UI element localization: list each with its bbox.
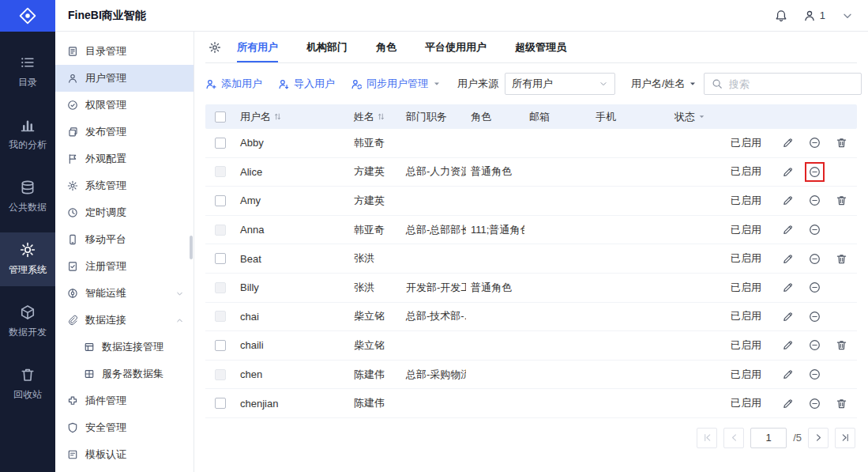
sidebar-item-mobile-platform[interactable]: 移动平台 [55, 226, 194, 253]
sidebar-item-server-dataset[interactable]: 服务器数据集 [55, 361, 194, 387]
settings-gear-icon[interactable] [209, 41, 221, 54]
tab-platform-users[interactable]: 平台使用用户 [425, 32, 487, 62]
cell-username: chaili [235, 339, 349, 351]
trash-icon[interactable] [836, 194, 847, 206]
edit-icon[interactable] [782, 368, 794, 380]
first-page-button[interactable] [697, 428, 717, 448]
sidebar-item-data-conn-mgmt[interactable]: 数据连接管理 [55, 334, 194, 361]
sync-user-button[interactable]: 同步用户管理 [351, 77, 442, 91]
col-name[interactable]: 姓名 [349, 110, 401, 124]
edit-icon[interactable] [782, 194, 794, 206]
minus-circle-icon[interactable] [809, 339, 821, 351]
sidebar-scrollbar[interactable] [190, 236, 193, 259]
edit-icon[interactable] [782, 253, 794, 265]
user-source-select[interactable]: 所有用户 [505, 73, 615, 95]
edit-icon[interactable] [782, 224, 794, 236]
sidebar-item-data-connection[interactable]: 数据连接 [55, 307, 194, 334]
sidebar-item-label: 数据连接管理 [102, 340, 163, 354]
rail-item-public-data[interactable]: 公共数据 [0, 170, 55, 224]
prev-page-button[interactable] [723, 428, 744, 448]
tab-all-users[interactable]: 所有用户 [237, 32, 278, 62]
edit-icon[interactable] [782, 398, 794, 410]
edit-icon[interactable] [782, 311, 794, 323]
cell-status: 已启用 [670, 251, 776, 266]
rail-item-recycle-bin[interactable]: 回收站 [0, 357, 55, 411]
cell-actions [776, 137, 857, 149]
minus-circle-icon[interactable] [809, 253, 821, 265]
minus-circle-icon[interactable] [809, 224, 821, 236]
import-user-button[interactable]: 导入用户 [278, 77, 335, 91]
tab-super-admin[interactable]: 超级管理员 [515, 32, 566, 62]
rail-item-my-analysis[interactable]: 我的分析 [0, 108, 55, 161]
user-icon [803, 9, 816, 22]
edit-icon[interactable] [782, 339, 794, 351]
trash-icon[interactable] [836, 398, 847, 410]
page-input[interactable] [750, 428, 787, 448]
app-logo[interactable] [0, 0, 55, 32]
plugin-mgmt-icon [67, 395, 78, 406]
checkbox-cell [205, 225, 235, 236]
trash-icon[interactable] [836, 137, 847, 149]
minus-circle-icon[interactable] [809, 398, 821, 410]
account-chevron-down-icon[interactable] [841, 9, 854, 22]
sidebar-item-register-mgmt[interactable]: 注册管理 [55, 253, 194, 280]
row-checkbox[interactable] [215, 340, 226, 351]
account-menu[interactable]: 1 [803, 9, 825, 22]
select-all-checkbox[interactable] [215, 111, 226, 123]
minus-circle-icon[interactable] [809, 166, 821, 178]
sidebar-item-system-mgmt[interactable]: 系统管理 [55, 172, 194, 199]
sort-icon[interactable] [273, 112, 282, 121]
sidebar-item-catalog-mgmt[interactable]: 目录管理 [55, 38, 194, 65]
row-checkbox[interactable] [215, 138, 226, 149]
add-user-button[interactable]: 添加用户 [205, 77, 262, 91]
search-field-select[interactable]: 用户名/姓名 [631, 77, 697, 91]
sidebar-item-perm-mgmt[interactable]: 权限管理 [55, 92, 194, 119]
sidebar-item-user-mgmt[interactable]: 用户管理 [55, 65, 194, 92]
row-checkbox[interactable] [215, 398, 226, 409]
schedule-icon [67, 207, 78, 218]
security-mgmt-icon [67, 422, 78, 433]
sidebar-item-security-mgmt[interactable]: 安全管理 [55, 414, 194, 441]
col-username[interactable]: 用户名 [235, 110, 349, 124]
checkbox-cell [205, 398, 235, 409]
cell-department: 开发部-开发工... [401, 281, 466, 295]
sidebar-item-plugin-mgmt[interactable]: 插件管理 [55, 387, 194, 414]
rail-item-data-dev[interactable]: 数据开发 [0, 295, 55, 349]
rail-item-catalog[interactable]: 目录 [0, 45, 55, 99]
edit-icon[interactable] [782, 137, 794, 149]
appearance-config-icon [67, 153, 78, 164]
next-page-button[interactable] [808, 428, 829, 448]
cell-actions [776, 311, 857, 323]
trash-icon[interactable] [836, 339, 847, 351]
notification-bell-icon[interactable] [775, 9, 787, 22]
minus-circle-icon[interactable] [809, 281, 821, 293]
trash-icon[interactable] [836, 253, 847, 265]
tab-roles[interactable]: 角色 [376, 32, 396, 62]
sidebar-item-label: 系统管理 [85, 179, 126, 193]
sidebar-item-template-auth[interactable]: 模板认证 [55, 441, 194, 468]
table-row: chen 陈建伟 总部-采购物流... 已启用 [205, 361, 857, 390]
sidebar-item-publish-mgmt[interactable]: 发布管理 [55, 119, 194, 145]
tab-departments[interactable]: 机构部门 [306, 32, 348, 62]
row-checkbox[interactable] [215, 253, 226, 264]
row-checkbox[interactable] [215, 195, 226, 206]
rail-item-admin-system[interactable]: 管理系统 [0, 232, 55, 286]
minus-circle-icon[interactable] [809, 194, 821, 206]
edit-icon[interactable] [782, 281, 794, 293]
sidebar-item-intelligent-ops[interactable]: 智能运维 [55, 280, 194, 307]
sidebar-item-schedule[interactable]: 定时调度 [55, 199, 194, 226]
edit-icon[interactable] [782, 166, 794, 178]
caret-down-icon [432, 79, 442, 89]
search-input[interactable] [727, 77, 854, 91]
checkbox-cell [205, 369, 235, 380]
minus-circle-icon[interactable] [809, 368, 821, 380]
filter-caret-icon[interactable] [697, 112, 706, 121]
search-icon [712, 78, 723, 89]
sidebar-item-appearance-config[interactable]: 外观配置 [55, 145, 194, 172]
rail-item-label: 管理系统 [9, 263, 47, 277]
minus-circle-icon[interactable] [809, 137, 821, 149]
minus-circle-icon[interactable] [809, 311, 821, 323]
last-page-button[interactable] [835, 428, 855, 448]
col-status[interactable]: 状态 [670, 110, 776, 124]
sort-icon[interactable] [377, 112, 385, 121]
